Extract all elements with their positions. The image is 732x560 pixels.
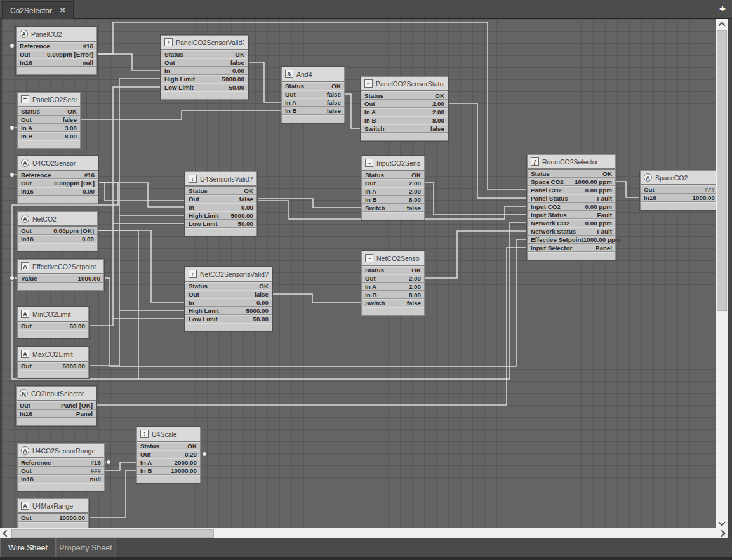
block-header[interactable]: ÷U4Scale	[137, 427, 200, 442]
block-net-co2[interactable]: ANetCO2Out0.00ppm [OK]In160.00	[17, 211, 98, 251]
tab-property-sheet[interactable]: Property Sheet	[56, 538, 116, 557]
block-row[interactable]: In Afalse	[282, 98, 344, 107]
block-row[interactable]: Out10000.00	[18, 514, 88, 522]
block-row[interactable]: Input StatusFault	[528, 211, 615, 219]
block-row[interactable]: Switchfalse	[362, 204, 424, 212]
block-header[interactable]: ↕U4SensorIsValid?	[185, 172, 256, 187]
close-icon[interactable]: ✕	[60, 6, 65, 15]
block-and4[interactable]: &And4StatusOKOutfalseIn AfalseIn Bfalse	[281, 67, 345, 123]
block-row[interactable]: Outfalse	[18, 116, 80, 124]
scroll-down-button[interactable]	[717, 518, 727, 528]
block-header[interactable]: AMinCO2Limit	[18, 307, 88, 322]
block-header[interactable]: ~NetCO2Senso ...	[362, 251, 424, 266]
block-row[interactable]: Out0.00ppm [OK]	[18, 227, 97, 235]
tab-wire-sheet[interactable]: Wire Sheet	[0, 538, 56, 557]
block-row[interactable]: In B8.00	[18, 132, 80, 140]
block-row[interactable]: Space CO21000.00 ppm	[528, 178, 615, 186]
block-header[interactable]: AU4CO2SensorRange	[18, 444, 104, 458]
block-header[interactable]: ƒRoomCO2Selector	[528, 155, 615, 170]
block-row[interactable]: In A2.00	[362, 187, 424, 196]
block-row[interactable]: StatusOK	[362, 266, 424, 274]
block-header[interactable]: ↕PanelCO2SensorValid?	[161, 36, 248, 50]
block-row[interactable]: Outfalse	[185, 290, 272, 298]
block-row[interactable]: Input CO20.00 ppm	[528, 203, 615, 211]
block-u4-sensor-is-valid[interactable]: ↕U4SensorIsValid?StatusOKOutfalseIn0.00H…	[185, 171, 257, 236]
block-row[interactable]: Out###	[18, 467, 104, 475]
block-header[interactable]: AMaxCO2Limit	[18, 347, 88, 362]
block-row[interactable]: In A3.00	[18, 124, 80, 132]
block-header[interactable]: =PanelCO2Sens...	[18, 93, 80, 107]
block-row[interactable]: Outfalse	[282, 90, 344, 98]
block-header[interactable]: AU4CO2Sensor	[18, 156, 98, 171]
horizontal-scroll-thumb[interactable]	[11, 529, 214, 538]
block-header[interactable]: ANetCO2	[18, 212, 97, 227]
block-u4-co2-sensor[interactable]: AU4CO2SensorReference#16Out0.00ppm [OK]I…	[17, 156, 98, 204]
block-row[interactable]: StatusOK	[185, 187, 256, 195]
block-row[interactable]: Out0.20	[137, 450, 200, 458]
block-row[interactable]: In B8.00	[362, 196, 424, 204]
block-row[interactable]: In B8.00	[362, 291, 424, 299]
block-u4-co2-sensor-range[interactable]: AU4CO2SensorRangeReference#16Out###In16n…	[17, 443, 105, 491]
block-row[interactable]: In B8.00	[361, 116, 448, 124]
block-header[interactable]: AU4MaxRange	[18, 499, 88, 514]
block-row[interactable]: In160.00	[18, 235, 97, 243]
block-row[interactable]: Outfalse	[161, 58, 248, 67]
block-row[interactable]: Network CO20.00 ppm	[528, 219, 615, 227]
block-row[interactable]: Out2.00	[362, 274, 424, 283]
block-room-co2-selector[interactable]: ƒRoomCO2SelectorStatusOKSpace CO21000.00…	[527, 154, 616, 260]
block-row[interactable]: In16Panel	[17, 410, 96, 418]
block-header[interactable]: APanelCO2	[17, 27, 96, 42]
block-row[interactable]: Network StatusFault	[528, 227, 615, 236]
block-row[interactable]: Out0.00ppm [Error]	[17, 50, 96, 58]
block-net-co2-senso[interactable]: ~NetCO2Senso ...StatusOKOut2.00In A2.00I…	[361, 251, 425, 316]
block-header[interactable]: ~PanelCO2SensorStatus	[361, 77, 448, 91]
block-row[interactable]: In160.00	[18, 187, 98, 196]
block-row[interactable]: In0.00	[185, 203, 256, 211]
block-panel-co2-sensor-status[interactable]: ~PanelCO2SensorStatusStatusOKOut2.00In A…	[361, 76, 448, 141]
block-row[interactable]: High Limit5000.00	[161, 75, 248, 83]
block-row[interactable]: Value1000.00	[18, 274, 103, 283]
block-row[interactable]: Reference#16	[18, 458, 104, 467]
block-row[interactable]: Out50.00	[18, 322, 88, 330]
block-header[interactable]: NCO2InputSelector	[17, 387, 96, 401]
scroll-up-button[interactable]	[717, 19, 727, 29]
block-row[interactable]: Out5000.00	[18, 362, 88, 370]
block-row[interactable]: In A2.00	[361, 108, 448, 116]
block-row[interactable]: Low Limit50.00	[185, 220, 256, 228]
block-row[interactable]: StatusOK	[137, 442, 200, 450]
block-panel-co2-sensor-valid[interactable]: ↕PanelCO2SensorValid?StatusOKOutfalseIn0…	[161, 35, 248, 100]
block-row[interactable]: In B10000.00	[137, 467, 200, 475]
block-header[interactable]: ↕NetCO2SensorIsValid?	[185, 267, 272, 282]
block-co2-input-selector[interactable]: NCO2InputSelectorOutPanel [OK]In16Panel	[16, 386, 96, 426]
block-min-co2-limit[interactable]: AMinCO2LimitOut50.00	[17, 307, 89, 338]
horizontal-scrollbar[interactable]	[0, 528, 728, 538]
block-max-co2-limit[interactable]: AMaxCO2LimitOut5000.00	[17, 347, 89, 378]
block-effective-co2-setpoint[interactable]: AEffectiveCO2SetpointValue1000.00	[17, 259, 104, 291]
block-row[interactable]: In0.00	[185, 298, 272, 307]
block-row[interactable]: In Bfalse	[282, 107, 344, 115]
block-row[interactable]: StatusOK	[185, 282, 272, 290]
block-row[interactable]: Out0.00ppm [OK]	[18, 179, 98, 187]
block-u4-scale[interactable]: ÷U4ScaleStatusOKOut0.20In A2000.00In B10…	[136, 427, 201, 483]
scroll-left-button[interactable]	[0, 528, 10, 538]
block-header[interactable]: AEffectiveCO2Setpoint	[18, 260, 103, 274]
block-row[interactable]: OutPanel [OK]	[17, 401, 96, 410]
block-row[interactable]: StatusOK	[161, 50, 248, 58]
block-row[interactable]: Outfalse	[185, 195, 256, 203]
block-row[interactable]: Panel StatusFault	[528, 194, 615, 203]
block-u4-max-range[interactable]: AU4MaxRangeOut10000.00	[17, 498, 89, 528]
block-row[interactable]: StatusOK	[361, 91, 448, 100]
block-row[interactable]: StatusOK	[362, 171, 424, 179]
block-row[interactable]: Out2.00	[362, 179, 424, 187]
block-row[interactable]: StatusOK	[528, 170, 615, 178]
block-row[interactable]: In A2000.00	[137, 458, 200, 467]
block-row[interactable]: In161000.00	[641, 194, 716, 202]
block-row[interactable]: StatusOK	[18, 107, 80, 116]
block-row[interactable]: StatusOK	[282, 82, 344, 90]
tab-co2selector[interactable]: Co2Selector ✕	[2, 1, 74, 19]
block-row[interactable]: Low Limit50.00	[185, 315, 272, 323]
block-row[interactable]: High Limit5000.00	[185, 211, 256, 220]
block-header[interactable]: ASpaceCO2	[641, 171, 716, 185]
block-row[interactable]: In0.00	[161, 67, 248, 75]
scroll-right-button[interactable]	[717, 528, 728, 538]
